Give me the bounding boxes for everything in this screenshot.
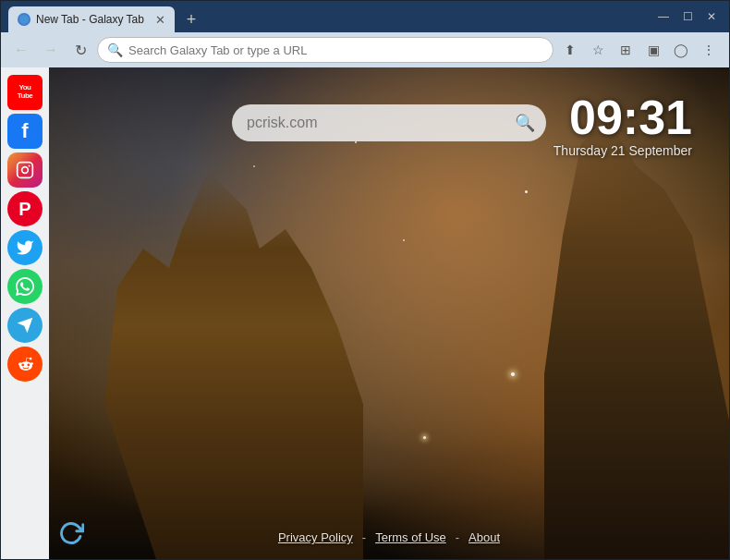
active-tab[interactable]: New Tab - Galaxy Tab ✕ (8, 6, 175, 32)
refresh-icon[interactable] (56, 518, 86, 548)
menu-button[interactable]: ⋮ (696, 37, 722, 63)
terms-of-use-link[interactable]: Terms of Use (375, 530, 446, 544)
tab-area: New Tab - Galaxy Tab ✕ + (8, 1, 653, 32)
separator-1: - (362, 530, 366, 544)
title-bar: New Tab - Galaxy Tab ✕ + — ☐ ✕ (1, 1, 729, 32)
clock-container: 09:31 Thursday 21 September (554, 93, 692, 158)
minimize-button[interactable]: — (653, 6, 674, 27)
sidebar-item-telegram[interactable] (7, 308, 43, 343)
browser-window: New Tab - Galaxy Tab ✕ + — ☐ ✕ ← → ↻ 🔍 S… (0, 0, 730, 560)
new-tab-button[interactable]: + (178, 6, 204, 32)
profile-button[interactable]: ◯ (668, 37, 694, 63)
new-tab-page: pcrisk.com 🔍 09:31 Thursday 21 September… (49, 67, 729, 559)
address-input[interactable]: Search Galaxy Tab or type a URL (128, 43, 543, 57)
whatsapp-icon (16, 277, 34, 296)
share-button[interactable]: ⬆ (557, 37, 583, 63)
clock-time: 09:31 (554, 93, 692, 141)
search-container: pcrisk.com 🔍 (232, 104, 546, 141)
reload-button[interactable]: ↻ (67, 37, 93, 63)
telegram-icon (16, 316, 34, 335)
svg-point-2 (29, 164, 30, 166)
sidebar-item-youtube[interactable]: YouTube (7, 75, 43, 110)
tab-title: New Tab - Galaxy Tab (36, 13, 150, 26)
star-5 (403, 239, 405, 241)
separator-2: - (456, 530, 459, 544)
toolbar: ← → ↻ 🔍 Search Galaxy Tab or type a URL … (1, 32, 729, 67)
sidebar-item-pinterest[interactable]: P (7, 191, 43, 226)
star-bright-2 (423, 436, 426, 439)
search-input[interactable]: pcrisk.com (247, 115, 507, 131)
forward-button[interactable]: → (38, 37, 64, 63)
sidebar-item-facebook[interactable]: f (7, 114, 43, 149)
sidebar-item-instagram[interactable] (7, 152, 43, 188)
search-icon[interactable]: 🔍 (515, 113, 535, 133)
sidebar-item-twitter[interactable] (7, 230, 43, 265)
reddit-icon (15, 354, 35, 374)
address-bar[interactable]: 🔍 Search Galaxy Tab or type a URL (97, 37, 554, 63)
svg-rect-0 (18, 163, 33, 178)
window-controls: — ☐ ✕ (653, 6, 722, 27)
tab-favicon (18, 13, 30, 26)
bookmark-button[interactable]: ☆ (585, 37, 611, 63)
clock-date: Thursday 21 September (554, 143, 692, 158)
sidebar: YouTube f P (1, 67, 49, 559)
footer: Privacy Policy - Terms of Use - About (49, 530, 729, 544)
sidebar-item-whatsapp[interactable] (7, 269, 43, 304)
back-button[interactable]: ← (8, 37, 34, 63)
sidebar-item-reddit[interactable] (7, 347, 43, 382)
search-box[interactable]: pcrisk.com 🔍 (232, 104, 546, 141)
toolbar-actions: ⬆ ☆ ⊞ ▣ ◯ ⋮ (557, 37, 722, 63)
close-button[interactable]: ✕ (701, 6, 722, 27)
sidebar-toggle-button[interactable]: ▣ (640, 37, 666, 63)
svg-point-1 (22, 167, 29, 174)
twitter-icon (16, 238, 34, 257)
privacy-policy-link[interactable]: Privacy Policy (278, 530, 353, 544)
content-area: YouTube f P (1, 67, 729, 559)
extensions-button[interactable]: ⊞ (613, 37, 639, 63)
tab-close-button[interactable]: ✕ (155, 14, 165, 26)
instagram-icon (16, 161, 34, 179)
maximize-button[interactable]: ☐ (677, 6, 698, 27)
address-search-icon: 🔍 (107, 43, 123, 57)
refresh-svg (58, 520, 84, 546)
about-link[interactable]: About (468, 530, 500, 544)
